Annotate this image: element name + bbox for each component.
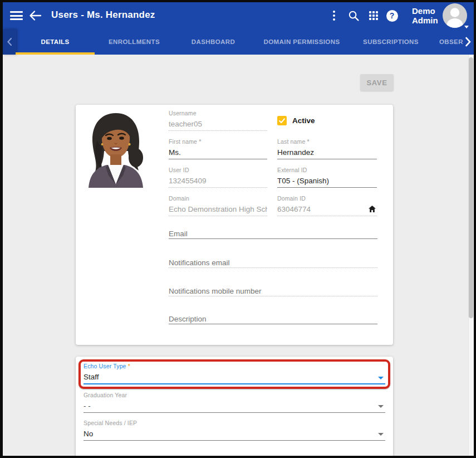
echo-user-type-select[interactable]: Echo User Type * Staff (84, 363, 385, 384)
user-id-field: User ID 132455409 (169, 167, 267, 188)
active-checkbox-label: Active (292, 116, 315, 125)
user-type-card: Echo User Type * Staff Graduation Year -… (76, 357, 393, 456)
domain-label: Domain (169, 195, 267, 202)
account-name[interactable]: Demo Admin (412, 6, 438, 25)
apps-grid-icon[interactable] (367, 9, 380, 22)
email-field[interactable]: Email (169, 225, 377, 239)
graduation-year-label: Graduation Year (84, 392, 385, 399)
app-window: Users - Ms. Hernandez ? Demo Admin DETAI… (3, 2, 474, 456)
echo-user-type-value[interactable]: Staff (84, 373, 385, 383)
account-dropdown-caret-icon[interactable] (464, 26, 469, 28)
domain-field: Domain Echo Demonstration High School (169, 195, 267, 216)
tab-dashboard[interactable]: DASHBOARD (174, 29, 253, 55)
home-icon (369, 206, 376, 212)
last-name-label: Last name * (277, 138, 377, 145)
last-name-value[interactable]: Hernandez (277, 148, 377, 159)
screenshot-frame: Users - Ms. Hernandez ? Demo Admin DETAI… (0, 0, 476, 458)
external-id-field[interactable]: External ID T05 - (Spanish) (277, 167, 377, 188)
account-name-line1: Demo (412, 6, 438, 16)
first-name-value[interactable]: Ms. (169, 148, 267, 159)
domain-id-label: Domain ID (277, 195, 377, 202)
tab-bar: DETAILS ENROLLMENTS DASHBOARD DOMAIN PER… (3, 29, 474, 55)
help-icon[interactable]: ? (385, 9, 399, 22)
checkbox-checked-icon (277, 116, 287, 125)
domain-id-value: 63046774 (277, 205, 377, 216)
scrollbar-track[interactable] (468, 55, 474, 456)
email-label: Email (169, 225, 377, 236)
graduation-year-select[interactable]: Graduation Year - - (84, 392, 385, 413)
notifications-email-label: Notifications email (169, 254, 377, 265)
overflow-menu-icon[interactable] (327, 9, 341, 22)
dropdown-caret-icon[interactable] (378, 377, 384, 379)
tabs-scroll-right-chevron-icon[interactable] (462, 29, 474, 55)
notifications-email-field: Notifications email (169, 254, 377, 268)
username-field: Username teacher05 (169, 110, 267, 131)
last-name-field[interactable]: Last name * Hernandez (277, 138, 377, 159)
tab-details[interactable]: DETAILS (16, 29, 95, 55)
avatar[interactable] (443, 3, 467, 28)
first-name-field[interactable]: First name * Ms. (169, 138, 267, 159)
person-silhouette-icon (443, 3, 467, 28)
external-id-label: External ID (277, 167, 377, 174)
special-needs-label: Special Needs / IEP (84, 420, 385, 427)
tab-subscriptions[interactable]: SUBSCRIPTIONS (351, 29, 431, 55)
special-needs-select[interactable]: Special Needs / IEP No (84, 420, 385, 441)
page-title: Users - Ms. Hernandez (51, 9, 155, 21)
username-label: Username (169, 110, 267, 117)
description-field[interactable]: Description (169, 310, 377, 324)
tab-enrollments[interactable]: ENROLLMENTS (95, 29, 174, 55)
description-label: Description (169, 310, 377, 321)
hamburger-menu-icon[interactable] (10, 10, 23, 21)
notifications-mobile-label: Notifications mobile number (169, 282, 377, 293)
check-icon (278, 116, 286, 125)
graduation-year-value[interactable]: - - (84, 402, 385, 412)
external-id-value[interactable]: T05 - (Spanish) (277, 177, 377, 187)
username-value: teacher05 (169, 120, 267, 130)
save-button[interactable]: SAVE (360, 74, 394, 91)
domain-value: Echo Demonstration High School (169, 205, 267, 216)
help-glyph: ? (390, 11, 395, 20)
top-app-bar: Users - Ms. Hernandez ? Demo Admin (3, 2, 474, 29)
tabs-scroll-left-chevron-icon[interactable] (3, 29, 16, 55)
required-asterisk: * (128, 363, 130, 369)
back-arrow-icon[interactable] (28, 9, 42, 22)
search-icon[interactable] (347, 9, 360, 22)
notifications-mobile-field: Notifications mobile number (169, 282, 377, 296)
dropdown-caret-icon[interactable] (378, 405, 384, 408)
user-portrait-image (84, 109, 148, 188)
active-checkbox[interactable]: Active (277, 116, 315, 125)
profile-details-card: Username teacher05 Active First name * M… (76, 105, 393, 345)
scrollbar-thumb[interactable] (469, 57, 473, 318)
first-name-label: First name * (169, 138, 267, 145)
echo-user-type-label-text: Echo User Type (84, 363, 126, 369)
special-needs-value[interactable]: No (84, 430, 385, 440)
user-id-label: User ID (169, 167, 267, 174)
dropdown-caret-icon[interactable] (378, 433, 384, 436)
content-area: SAVE (3, 55, 474, 456)
account-name-line2: Admin (412, 16, 438, 25)
echo-user-type-label: Echo User Type * (84, 363, 385, 370)
domain-id-field: Domain ID 63046774 (277, 195, 377, 216)
user-id-value: 132455409 (169, 177, 267, 187)
tab-domain-permissions[interactable]: DOMAIN PERMISSIONS (253, 29, 351, 55)
